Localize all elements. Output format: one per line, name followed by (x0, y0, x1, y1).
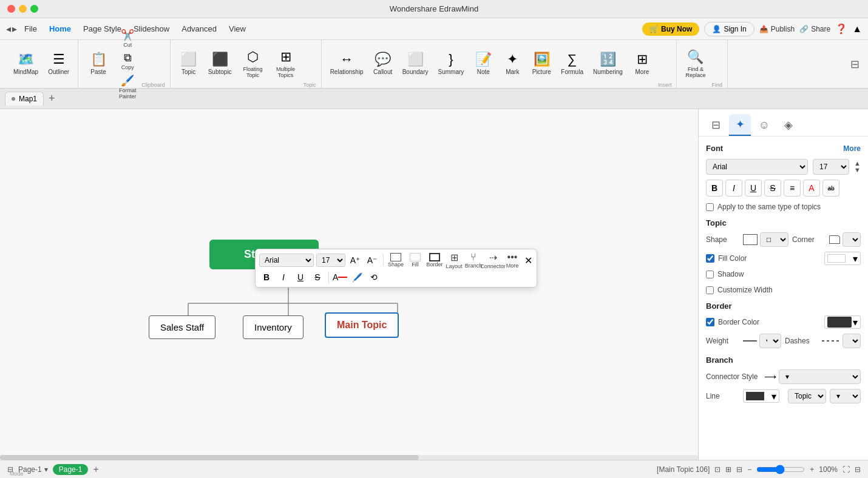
mark-tool[interactable]: ✦ Mark (499, 44, 526, 85)
rp-tab-ai[interactable]: ◈ (778, 114, 799, 136)
menu-view[interactable]: View (224, 22, 251, 36)
subtopic-tool[interactable]: ⬛ Subtopic (205, 44, 236, 85)
paste-tool[interactable]: 📋 Paste (83, 44, 114, 85)
fill-color-button[interactable]: ▾ (824, 252, 861, 265)
relationship-tool[interactable]: ↔️ Relationship (327, 44, 367, 85)
rp-tab-emoji[interactable]: ☺ (753, 114, 775, 136)
zoom-out-icon[interactable]: − (747, 465, 751, 474)
font-color-button[interactable]: A (803, 180, 820, 197)
publish-button[interactable]: 📤Publish (759, 25, 795, 33)
line-color-button[interactable]: ▾ (743, 389, 779, 403)
float-fill-tool[interactable]: Fill (407, 252, 424, 269)
font-family-select[interactable]: Arial (706, 159, 808, 175)
zoom-fit-icon[interactable]: ⊟ (736, 465, 742, 474)
collapse-icon[interactable]: ▲ (852, 24, 862, 35)
fullscreen-icon[interactable]: ⛶ (843, 465, 850, 474)
boundary-tool[interactable]: ⬜ Boundary (399, 44, 432, 85)
float-bold[interactable]: B (259, 270, 274, 284)
float-italic[interactable]: I (276, 270, 291, 284)
menu-file[interactable]: File (19, 22, 42, 36)
help-icon[interactable]: ❓ (835, 23, 847, 35)
page-tab-1[interactable]: Page-1 (53, 464, 89, 475)
dashes-select[interactable]: ▾ (843, 334, 861, 348)
strikethrough-button[interactable]: S (764, 180, 781, 197)
panel-toggle-button[interactable]: ⊟ (846, 56, 863, 73)
customize-width-checkbox[interactable] (706, 286, 714, 294)
rp-tab-style[interactable]: ✦ (729, 114, 751, 136)
line-style-select[interactable]: ▾ (830, 389, 861, 403)
float-branch-tool[interactable]: ⑂ Branch (465, 252, 482, 269)
shape-select[interactable]: □ (760, 232, 788, 247)
apply-same-checkbox[interactable] (706, 203, 714, 211)
summary-tool[interactable]: } Summary (434, 44, 467, 85)
add-tab-button[interactable]: + (46, 92, 58, 105)
formula-tool[interactable]: ∑ Formula (557, 44, 587, 85)
fit-page-icon[interactable]: ⊡ (714, 465, 721, 474)
mindmap-tool[interactable]: 🗺️ MindMap (10, 44, 42, 85)
float-strikethrough[interactable]: S (310, 270, 325, 284)
float-font-select[interactable]: Arial (259, 254, 314, 267)
float-increase-size[interactable]: A⁺ (348, 253, 362, 268)
italic-button[interactable]: I (725, 180, 742, 197)
float-toolbar-close[interactable]: ✕ (523, 255, 533, 266)
more-tool[interactable]: ⊞ More (629, 44, 656, 85)
menu-home[interactable]: Home (44, 22, 76, 36)
cut-tool[interactable]: ✂️ Cut (116, 27, 139, 49)
rp-tab-format[interactable]: ⊟ (705, 114, 727, 136)
sidebar-right-icon[interactable]: ⊟ (855, 465, 861, 474)
canvas[interactable]: Store M Sales Staff Inventory Main Topic… (0, 109, 698, 460)
border-color-checkbox[interactable] (706, 318, 714, 326)
size-decrease-button[interactable]: ▼ (854, 167, 861, 173)
underline-button[interactable]: U (745, 180, 762, 197)
font-more-button[interactable]: More (843, 144, 861, 153)
float-erase[interactable]: ⟲ (367, 270, 381, 284)
sign-in-button[interactable]: 👤Sign In (704, 22, 754, 36)
float-border-tool[interactable]: Border (426, 252, 443, 269)
corner-select[interactable]: ▾ (843, 232, 861, 247)
minimize-button[interactable] (19, 5, 27, 13)
float-underline[interactable]: U (293, 270, 308, 284)
nav-arrows[interactable]: ◂▸ (6, 23, 17, 35)
inventory-node[interactable]: Inventory (243, 315, 303, 339)
canvas-scrollbar-h[interactable] (0, 455, 698, 460)
outliner-tool[interactable]: ☰ Outliner (44, 44, 73, 85)
main-topic-node[interactable]: Main Topic (325, 312, 399, 338)
floating-topic-tool[interactable]: ⬡ FloatingTopic (238, 44, 268, 85)
callout-tool[interactable]: 💬 Callout (370, 44, 396, 85)
multiple-topics-tool[interactable]: ⊞ MultipleTopics (271, 44, 301, 85)
weight-select[interactable]: ▾ (759, 334, 782, 348)
numbering-tool[interactable]: 🔢 Numbering (589, 44, 626, 85)
copy-tool[interactable]: ⧉ Copy (116, 50, 139, 72)
note-tool[interactable]: 📝 Note (470, 44, 497, 85)
share-button[interactable]: 🔗Share (799, 25, 830, 33)
picture-tool[interactable]: 🖼️ Picture (528, 44, 555, 85)
sales-staff-node[interactable]: Sales Staff (149, 315, 215, 339)
close-button[interactable] (7, 5, 15, 13)
border-color-button[interactable]: ▾ (824, 315, 861, 329)
float-connector-tool[interactable]: ⇢ Connector (484, 252, 501, 269)
add-page-button[interactable]: + (93, 464, 98, 475)
float-more-tool[interactable]: ••• More (504, 252, 521, 269)
float-decrease-size[interactable]: A⁻ (365, 253, 379, 268)
maximize-button[interactable] (30, 5, 38, 13)
bold-button[interactable]: B (706, 180, 723, 197)
zoom-in-icon[interactable]: + (810, 465, 814, 474)
float-layout-tool[interactable]: ⊞ Layout (446, 252, 463, 269)
actual-size-icon[interactable]: ⊞ (725, 465, 731, 474)
align-button[interactable]: ≡ (784, 180, 801, 197)
connector-style-select[interactable]: ▾ (779, 369, 861, 384)
float-shape-tool[interactable]: Shape (387, 252, 404, 269)
line-topic-select[interactable]: Topic (788, 389, 826, 403)
page-dropdown-icon[interactable]: ▾ (44, 465, 48, 474)
menu-advanced[interactable]: Advanced (177, 22, 222, 36)
float-font-color[interactable]: A (333, 270, 347, 284)
font-size-select[interactable]: 17 (813, 159, 849, 175)
map1-tab[interactable]: Map1 (5, 92, 44, 106)
topic-tool[interactable]: ⬜ Topic (175, 44, 202, 85)
buy-now-button[interactable]: 🛒Buy Now (642, 22, 699, 36)
find-replace-tool[interactable]: 🔍 Find &Replace (682, 44, 709, 85)
float-size-select[interactable]: 17 (316, 254, 345, 267)
fill-color-checkbox[interactable] (706, 254, 714, 263)
strikethrough2-button[interactable]: ab (822, 180, 839, 197)
format-painter-tool[interactable]: 🖌️ FormatPainter (116, 73, 139, 101)
